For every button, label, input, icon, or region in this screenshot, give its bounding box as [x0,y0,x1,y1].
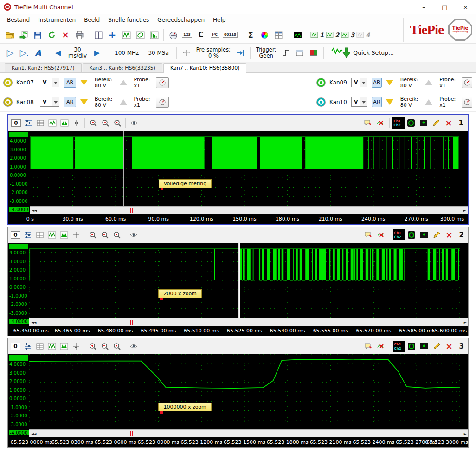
range-up-icon[interactable] [120,80,127,85]
scroll-position-marker[interactable] [130,320,133,325]
channel-settings-button[interactable] [156,97,169,108]
i2c-button[interactable]: I²C [208,28,221,41]
plot-area[interactable]: Volledige meting [30,131,459,206]
sample-rate-display[interactable]: 100 MHz [110,50,143,56]
channel-color-icon[interactable] [4,78,12,87]
unit-select[interactable]: V [351,78,367,87]
channel-legend[interactable]: Ch1Ch2 [393,341,405,352]
y-axis[interactable]: 4.00003.00002.00001.00000.0000-1.0000-2.… [8,354,29,437]
cursors-button[interactable] [70,229,82,241]
trigger-display[interactable]: Trigger: Geen [254,47,278,58]
value-table-button[interactable] [34,117,46,129]
unit-select[interactable]: V [351,97,367,107]
scroll-left-icon[interactable]: ◄◄ [29,432,38,436]
envelope-view-button[interactable] [58,341,70,352]
calculator-button[interactable]: 123 [180,28,193,41]
measurement-label[interactable]: 1000000 x zoom [158,403,211,411]
quick-measurement-4-button[interactable]: 4 [356,28,370,41]
cursors-button[interactable] [70,341,82,352]
scroll-right-icon[interactable]: ► [462,208,468,213]
timebase-increase-button[interactable]: ▶ [90,45,103,60]
serial-decode-button[interactable]: 00110 [222,28,238,41]
overlay-zero-button[interactable]: 0 [10,117,22,129]
maximize-button[interactable]: □ [434,0,455,14]
menu-bestand[interactable]: Bestand [3,15,34,25]
sum-button[interactable]: Σ [244,28,257,41]
refresh-button[interactable] [45,28,58,41]
comment-button[interactable] [362,117,374,129]
capacitance-button[interactable]: C [194,28,207,41]
display-button[interactable] [418,229,430,241]
zoom-reset-button[interactable] [111,117,123,129]
channel-settings-button[interactable] [462,97,472,108]
yt-graph-button[interactable] [120,28,133,41]
zoom-in-button[interactable] [87,229,98,241]
add-graph-button[interactable]: + [106,28,119,41]
unit-select[interactable]: V [40,97,59,107]
autorange-button[interactable]: AR [372,97,382,107]
range-down-icon[interactable] [80,80,88,85]
unit-select[interactable]: V [40,78,59,87]
envelope-view-button[interactable] [58,117,70,129]
channel-color-icon[interactable] [317,98,325,106]
source-instrument-button[interactable] [406,341,418,352]
source-instrument-button[interactable] [406,229,418,241]
trigger-colors-button[interactable] [307,45,320,60]
zoom-out-button[interactable] [99,341,110,352]
levels-button[interactable] [22,117,34,129]
value-table-button[interactable] [34,229,45,241]
channel-settings-button[interactable] [462,77,472,88]
zoom-reset-button[interactable] [111,341,122,352]
trigger-window-button[interactable] [293,45,306,60]
data-table-button[interactable] [272,28,285,41]
range-down-icon[interactable] [386,99,393,105]
clear-graph-button[interactable] [375,117,386,129]
visibility-button[interactable] [128,341,139,352]
close-graph-button[interactable]: × [444,229,455,241]
delete-button[interactable]: × [59,28,72,41]
presamples-button[interactable] [180,45,193,60]
chart-scrollbar[interactable]: ◄◄ ► [29,318,468,326]
channel-settings-button[interactable] [156,77,169,88]
range-down-icon[interactable] [386,80,393,85]
xy-graph-button[interactable] [134,28,147,41]
range-up-icon[interactable] [120,99,127,105]
display-button[interactable] [418,341,430,352]
display-button[interactable] [418,117,430,129]
levels-button[interactable] [22,341,33,352]
oneshot-button[interactable]: ▷ [18,45,31,60]
channel-color-icon[interactable] [317,78,325,87]
clear-graph-button[interactable] [375,229,387,241]
zoom-in-button[interactable] [87,117,99,129]
range-down-icon[interactable] [80,99,88,105]
multimeter-button[interactable] [167,28,180,41]
scroll-position-marker[interactable] [130,431,133,436]
edit-pen-button[interactable] [431,229,443,241]
channel-legend[interactable]: Ch1Ch2 [393,229,405,240]
yt-view-button[interactable] [46,229,58,241]
scroll-track[interactable] [38,318,462,326]
record-length-display[interactable]: 30 MSa [144,50,173,56]
overlay-zero-button[interactable]: 0 [10,341,21,352]
print-button[interactable] [73,28,86,41]
zoom-in-button[interactable] [87,341,98,352]
scroll-right-icon[interactable]: ► [462,320,468,325]
quick-measurement-1-button[interactable]: 1 [310,28,324,41]
chart-scrollbar[interactable]: ◄◄ ► [30,206,468,214]
quick-setup-button[interactable]: Quick Setup... [327,47,398,59]
scroll-track[interactable] [38,207,462,214]
levels-button[interactable] [22,229,33,241]
layout-button[interactable] [92,28,105,41]
scroll-right-icon[interactable]: ► [462,432,468,436]
scroll-track[interactable] [38,430,462,437]
comment-button[interactable] [363,341,374,352]
measurement-label[interactable]: 2000 x zoom [158,289,201,298]
clear-graph-button[interactable] [375,341,387,352]
comment-button[interactable] [363,229,374,241]
quick-measurement-3-button[interactable]: 3 [341,28,355,41]
overlay-zero-button[interactable]: 0 [10,229,21,241]
tab-hs6-2[interactable]: Kan7 .. Kan10: HS6(35800) [163,63,246,73]
close-graph-button[interactable]: × [444,341,455,352]
menu-gereedschappen[interactable]: Gereedschappen [153,15,209,25]
menu-beeld[interactable]: Beeld [80,15,104,25]
